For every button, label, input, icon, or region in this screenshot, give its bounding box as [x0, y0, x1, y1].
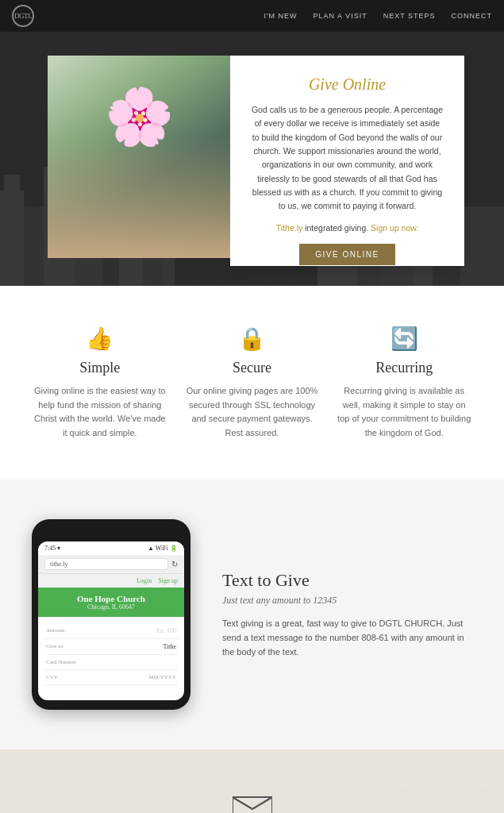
text-give-section: 7:45 ▾ ▲ WiFi 🔋 tithe.ly ↻ Login Sign up…	[0, 480, 504, 749]
phone-signup-link[interactable]: Sign up	[158, 577, 178, 584]
phone-screen: 7:45 ▾ ▲ WiFi 🔋 tithe.ly ↻ Login Sign up…	[38, 541, 184, 700]
browser-refresh-icon[interactable]: ↻	[171, 560, 178, 568]
cvv-expiry-row: CVV MM/YYYY	[44, 670, 178, 685]
phone-form: Amount: Ex: 100 Give to: Tithe Card Numb…	[38, 617, 184, 692]
browser-url: tithe.ly	[44, 558, 168, 570]
amount-row: Amount: Ex: 100	[44, 623, 178, 639]
hero-card-title: Give Online	[250, 75, 444, 94]
svg-rect-1	[4, 175, 20, 191]
give-to-value[interactable]: Tithe	[163, 643, 176, 650]
navbar-link-plan-a-visit[interactable]: PLAN A VISIT	[314, 12, 367, 20]
navbar-link-next-steps[interactable]: NEXT STEPS	[383, 12, 436, 20]
phone-login-link[interactable]: Login	[137, 577, 152, 584]
navbar-link-connect[interactable]: CONNECT	[452, 12, 493, 20]
secure-icon: 🔒	[184, 326, 321, 352]
hero-card-body: God calls us to be a generous people. A …	[250, 103, 444, 214]
give-to-row: Give to: Tithe	[44, 639, 178, 655]
simple-icon: 👍	[32, 326, 168, 352]
hero-content: Give Online God calls us to be a generou…	[48, 56, 464, 266]
phone-browser-bar: tithe.ly ↻	[38, 555, 184, 574]
recurring-title: Recurring	[336, 360, 472, 376]
svg-rect-15	[460, 206, 504, 286]
navbar-logo[interactable]: DGTL	[12, 5, 34, 27]
phone-app-actions: Login Sign up	[38, 574, 184, 588]
hero-card: Give Online God calls us to be a generou…	[230, 56, 464, 266]
hero-section: Give Online God calls us to be a generou…	[0, 32, 504, 286]
phone-status-bar: 7:45 ▾ ▲ WiFi 🔋	[38, 541, 184, 555]
church-location-phone: Chicago, IL 60647	[44, 603, 178, 611]
phone-signal: ▲ WiFi 🔋	[148, 545, 178, 552]
feature-secure: 🔒 Secure Our online giving pages are 100…	[184, 326, 321, 440]
recurring-icon: 🔄	[336, 326, 472, 352]
signup-link[interactable]: Sign up now.	[371, 223, 418, 233]
mail-section: Mail in Your Gift Yes, we do still check…	[0, 749, 504, 813]
tithe-link[interactable]: Tithe.ly	[276, 223, 302, 233]
hero-card-link: Tithe.ly integrated giving. Sign up now.	[250, 223, 444, 233]
svg-rect-0	[0, 191, 24, 286]
svg-marker-17	[233, 797, 272, 813]
feature-simple: 👍 Simple Giving online is the easiest wa…	[32, 326, 168, 440]
send-icon-svg	[233, 789, 272, 813]
svg-line-20	[252, 797, 272, 809]
church-name-phone: One Hope Church	[44, 594, 178, 603]
simple-title: Simple	[32, 360, 168, 376]
text-give-body: Text giving is a great, fast way to give…	[222, 616, 472, 659]
svg-rect-2	[24, 206, 44, 286]
card-number-row: Card Number	[44, 655, 178, 670]
secure-text: Our online giving pages are 100% secured…	[184, 384, 321, 440]
navbar-links: I'M NEW PLAN A VISIT NEXT STEPS CONNECT	[264, 12, 492, 20]
phone-app-header: One Hope Church Chicago, IL 60647	[38, 588, 184, 617]
mail-icon	[32, 789, 472, 813]
amount-placeholder[interactable]: Ex: 100	[156, 627, 176, 634]
navbar-link-im-new[interactable]: I'M NEW	[264, 12, 297, 20]
svg-line-19	[233, 797, 252, 809]
text-give-content: Text to Give Just text any amount to 123…	[222, 570, 472, 659]
phone-notch	[87, 529, 135, 537]
text-give-title: Text to Give	[222, 570, 472, 591]
phone-time: 7:45 ▾	[44, 545, 60, 552]
navbar: DGTL I'M NEW PLAN A VISIT NEXT STEPS CON…	[0, 0, 504, 32]
secure-title: Secure	[184, 360, 321, 376]
text-give-subtitle: Just text any amount to 12345	[222, 595, 472, 607]
recurring-text: Recurring giving is available as well, m…	[336, 384, 472, 440]
phone-mockup: 7:45 ▾ ▲ WiFi 🔋 tithe.ly ↻ Login Sign up…	[32, 519, 190, 710]
hero-image	[48, 56, 230, 258]
feature-recurring: 🔄 Recurring Recurring giving is availabl…	[336, 326, 472, 440]
features-section: 👍 Simple Giving online is the easiest wa…	[0, 286, 504, 480]
give-online-button[interactable]: GIVE ONLINE	[299, 244, 394, 265]
simple-text: Giving online is the easiest way to help…	[32, 384, 168, 440]
